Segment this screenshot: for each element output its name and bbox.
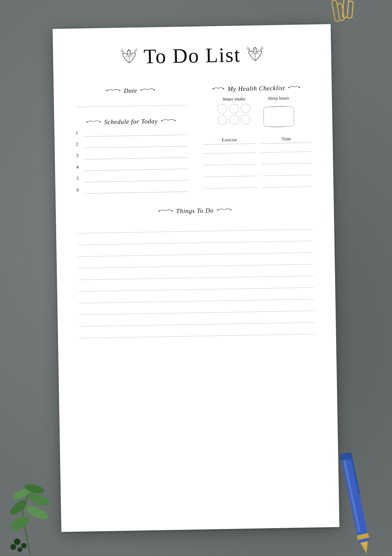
health-section: My Health Checklist Water intake (202, 84, 312, 189)
health-decor-right-icon (287, 84, 301, 91)
schedule-num-3: 3 (76, 153, 81, 159)
health-sub-row: Water intake Sleep hours (202, 95, 311, 132)
svg-point-13 (17, 547, 22, 552)
left-column: Date (75, 86, 188, 199)
schedule-num-6: 6 (77, 187, 82, 194)
schedule-section: Schedule for Today 1 2 (75, 117, 188, 194)
water-circle-1[interactable] (217, 104, 227, 114)
water-intake-item: Water intake (217, 96, 251, 132)
time-field-3[interactable] (262, 168, 312, 176)
water-circle-5[interactable] (229, 115, 239, 125)
schedule-line-2[interactable] (84, 140, 187, 148)
things-decor-left-icon (157, 208, 173, 215)
health-decor-left-icon (212, 86, 225, 93)
water-circles-grid (217, 104, 251, 125)
time-field-4[interactable] (262, 180, 312, 187)
svg-point-6 (8, 497, 29, 517)
time-field-1[interactable] (261, 145, 311, 153)
title-leaf-right-icon (246, 46, 265, 63)
schedule-label: Schedule for Today (104, 118, 158, 126)
schedule-num-4: 4 (76, 164, 81, 171)
svg-rect-3 (347, 1, 353, 18)
things-label: Things To Do (176, 207, 213, 215)
things-decor-right-icon (216, 207, 232, 214)
schedule-item-2: 2 (76, 140, 187, 148)
title-leaf-left-icon (119, 48, 138, 65)
exercise-row-4 (204, 180, 312, 189)
date-label: Date (124, 87, 137, 95)
health-header: My Health Checklist (202, 84, 310, 93)
schedule-num-1: 1 (75, 130, 81, 137)
svg-point-11 (21, 543, 26, 548)
date-section: Date (75, 86, 186, 107)
things-header: Things To Do (77, 205, 313, 217)
date-field[interactable] (75, 97, 186, 107)
schedule-item-3: 3 (76, 151, 187, 160)
title-area: To Do List (74, 42, 310, 75)
exercise-col-label: Exercise (221, 137, 237, 142)
exercise-section: Exercise Time (203, 136, 312, 189)
things-lines (77, 218, 315, 338)
health-label: My Health Checklist (228, 84, 285, 93)
main-content: Date (75, 84, 312, 199)
exercise-row-3 (203, 168, 312, 177)
schedule-num-2: 2 (76, 141, 81, 148)
schedule-line-6[interactable] (85, 185, 188, 194)
date-decor-right-icon (140, 87, 156, 94)
exercise-field-4[interactable] (204, 181, 257, 189)
paper-document: To Do List (53, 24, 340, 532)
schedule-item-5: 5 (76, 174, 188, 182)
page-title: To Do List (143, 43, 241, 68)
time-field-2[interactable] (261, 156, 312, 164)
schedule-header: Schedule for Today (75, 117, 186, 126)
water-circle-6[interactable] (241, 115, 251, 124)
schedule-line-3[interactable] (84, 151, 187, 160)
schedule-line-4[interactable] (84, 163, 187, 171)
schedule-item-4: 4 (76, 163, 187, 171)
svg-point-10 (14, 539, 20, 545)
schedule-decor-left-icon (86, 119, 101, 126)
pen-decoration (355, 444, 379, 556)
water-intake-label: Water intake (222, 96, 245, 102)
schedule-line-1[interactable] (84, 129, 187, 137)
water-circle-2[interactable] (229, 104, 239, 114)
svg-point-7 (26, 491, 51, 508)
schedule-num-5: 5 (76, 176, 82, 182)
exercise-row-1 (203, 145, 311, 154)
exercise-field-2[interactable] (203, 158, 256, 165)
date-header: Date (75, 86, 186, 95)
exercise-field-3[interactable] (203, 169, 256, 177)
schedule-line-5[interactable] (85, 174, 188, 182)
sleep-hours-item: Sleep hours (261, 95, 296, 131)
paperclip-decoration (323, 0, 366, 26)
sleep-hours-label: Sleep hours (268, 96, 289, 101)
water-circle-3[interactable] (241, 104, 251, 113)
schedule-item-6: 6 (77, 185, 188, 194)
schedule-item-1: 1 (75, 128, 187, 137)
water-circle-4[interactable] (217, 115, 227, 125)
sleep-box-svg[interactable] (261, 104, 296, 129)
date-decor-left-icon (105, 87, 121, 95)
exercise-field-1[interactable] (203, 146, 256, 154)
plant-decoration (0, 470, 61, 556)
schedule-decor-right-icon (161, 118, 176, 125)
svg-point-12 (10, 544, 16, 550)
things-section: Things To Do (77, 205, 315, 338)
time-col-label: Time (282, 136, 291, 142)
exercise-row-2 (203, 156, 312, 165)
svg-point-4 (8, 513, 32, 533)
right-column: My Health Checklist Water intake (202, 84, 312, 196)
svg-rect-33 (264, 106, 294, 127)
